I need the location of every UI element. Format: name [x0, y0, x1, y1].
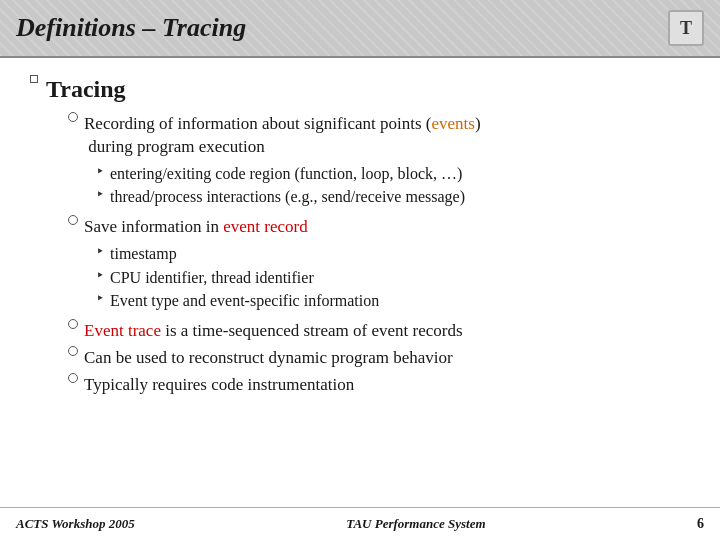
l2-reconstruct: Can be used to reconstruct dynamic progr…	[68, 347, 690, 370]
l2-reconstruct-bullet	[68, 346, 78, 356]
l2-event-trace-text: Event trace is a time-sequenced stream o…	[84, 320, 463, 343]
l2-block-event-trace: Event trace is a time-sequenced stream o…	[68, 320, 690, 343]
l3-thread: ‣ thread/process interactions (e.g., sen…	[96, 186, 690, 208]
header-logo: T	[668, 10, 704, 46]
l2-bullet-icon	[68, 112, 78, 122]
slide-title: Definitions – Tracing	[16, 13, 246, 43]
l2-block-recording: Recording of information about significa…	[68, 113, 690, 208]
l2-reconstruct-text: Can be used to reconstruct dynamic progr…	[84, 347, 453, 370]
footer-left-text: ACTS Workshop 2005	[16, 516, 135, 532]
highlight-event-trace: Event trace	[84, 321, 161, 340]
l1-bullet-icon	[30, 75, 38, 83]
l3-cpu: ‣ CPU identifier, thread identifier	[96, 267, 690, 289]
l2-recording: Recording of information about significa…	[68, 113, 690, 159]
l3-event-type-text: Event type and event-specific informatio…	[110, 290, 379, 312]
l3-event-type-icon: ‣	[96, 290, 104, 307]
l3-chevron-icon: ‣	[96, 163, 104, 180]
l2-instrumentation-text: Typically requires code instrumentation	[84, 374, 354, 397]
footer-center-text: TAU Performance System	[346, 516, 485, 532]
l3-cpu-text: CPU identifier, thread identifier	[110, 267, 314, 289]
l2-event-trace: Event trace is a time-sequenced stream o…	[68, 320, 690, 343]
l3-timestamp: ‣ timestamp	[96, 243, 690, 265]
l2-save-text: Save information in event record	[84, 216, 308, 239]
l3-event-type: ‣ Event type and event-specific informat…	[96, 290, 690, 312]
highlight-event-record: event record	[223, 217, 307, 236]
l2-instrumentation: Typically requires code instrumentation	[68, 374, 690, 397]
l3-entering-text: entering/exiting code region (function, …	[110, 163, 462, 185]
l2-block-reconstruct: Can be used to reconstruct dynamic progr…	[68, 347, 690, 370]
l3-timestamp-icon: ‣	[96, 243, 104, 260]
slide-footer: ACTS Workshop 2005 TAU Performance Syste…	[0, 507, 720, 540]
l3-thread-text: thread/process interactions (e.g., send/…	[110, 186, 465, 208]
l2-block-save: Save information in event record ‣ times…	[68, 216, 690, 312]
l2-save-bullet-icon	[68, 215, 78, 225]
l1-tracing-label: Tracing	[46, 76, 126, 103]
l3-cpu-icon: ‣	[96, 267, 104, 284]
l3-chevron-icon2: ‣	[96, 186, 104, 203]
l2-block-instrumentation: Typically requires code instrumentation	[68, 374, 690, 397]
highlight-events: events	[432, 114, 475, 133]
l3-block-save: ‣ timestamp ‣ CPU identifier, thread ide…	[96, 243, 690, 312]
l3-entering: ‣ entering/exiting code region (function…	[96, 163, 690, 185]
l2-instrumentation-bullet	[68, 373, 78, 383]
footer-page-number: 6	[697, 516, 704, 532]
l3-timestamp-text: timestamp	[110, 243, 177, 265]
l3-block-recording: ‣ entering/exiting code region (function…	[96, 163, 690, 208]
slide-header: Definitions – Tracing T	[0, 0, 720, 58]
l2-recording-text: Recording of information about significa…	[84, 113, 481, 159]
slide-content: Tracing Recording of information about s…	[0, 58, 720, 411]
l2-save: Save information in event record	[68, 216, 690, 239]
l2-event-trace-bullet	[68, 319, 78, 329]
l1-tracing: Tracing	[30, 76, 690, 103]
